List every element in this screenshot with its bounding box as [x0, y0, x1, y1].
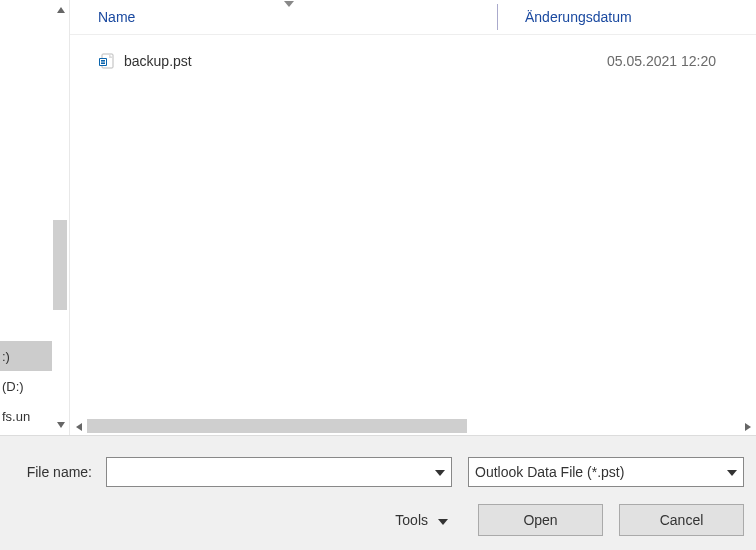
scroll-right-icon[interactable]	[739, 418, 756, 435]
outlook-file-icon	[98, 53, 114, 69]
scroll-down-icon[interactable]	[52, 415, 69, 435]
chevron-down-icon	[435, 467, 445, 478]
nav-tree[interactable]: :)(D:)fs.un	[0, 0, 52, 435]
tools-label: Tools	[395, 512, 428, 528]
nav-scrollbar[interactable]	[52, 0, 69, 435]
file-name: backup.pst	[124, 53, 192, 69]
caret-down-icon	[438, 512, 448, 528]
scrollbar-track[interactable]	[52, 20, 69, 415]
file-name-label: File name:	[12, 464, 92, 480]
open-button[interactable]: Open	[478, 504, 603, 536]
file-type-value: Outlook Data File (*.pst)	[475, 464, 624, 480]
column-headers: Name Änderungsdatum	[70, 0, 756, 35]
horizontal-scrollbar[interactable]	[70, 418, 756, 435]
scroll-left-icon[interactable]	[70, 418, 87, 435]
scroll-up-icon[interactable]	[52, 0, 69, 20]
file-row[interactable]: backup.pst05.05.2021 12:20	[98, 47, 756, 75]
dialog-footer: File name: Outlook Data File (*.pst) Too…	[0, 435, 756, 550]
h-scrollbar-thumb[interactable]	[87, 419, 467, 433]
h-scrollbar-track[interactable]	[87, 418, 739, 435]
file-type-select[interactable]: Outlook Data File (*.pst)	[468, 457, 744, 487]
cancel-button[interactable]: Cancel	[619, 504, 744, 536]
file-name-input[interactable]	[106, 457, 452, 487]
nav-item[interactable]: (D:)	[0, 371, 52, 401]
file-list[interactable]: backup.pst05.05.2021 12:20	[70, 35, 756, 418]
sort-indicator-icon	[284, 0, 294, 9]
chevron-down-icon	[727, 467, 737, 478]
column-date[interactable]: Änderungsdatum	[497, 0, 660, 34]
nav-item[interactable]: :)	[0, 341, 52, 371]
scrollbar-thumb[interactable]	[53, 220, 67, 310]
tools-menu[interactable]: Tools	[389, 508, 454, 532]
file-date: 05.05.2021 12:20	[607, 53, 716, 69]
nav-item[interactable]: fs.un	[0, 401, 52, 431]
